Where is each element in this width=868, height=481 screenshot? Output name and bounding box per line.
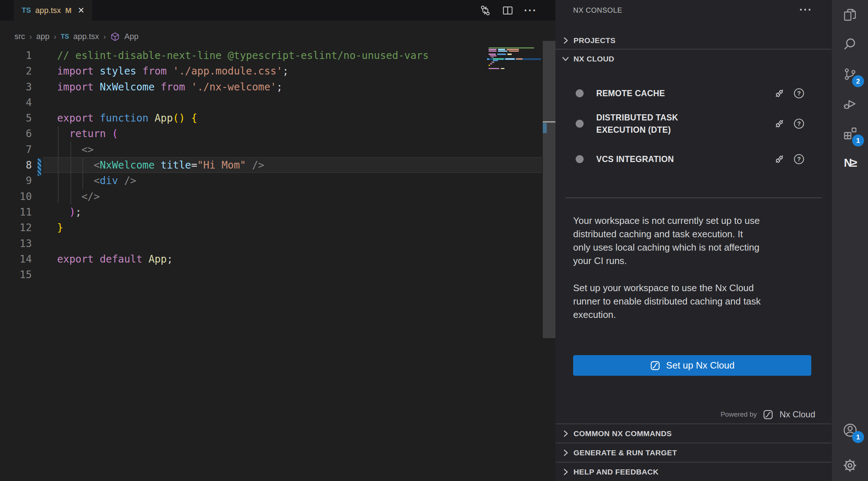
code-text: // eslint-disable-next-line @typescript-… [57, 48, 429, 63]
close-tab-icon[interactable]: × [78, 5, 84, 16]
breadcrumb: src › app › TS app.tsx › App [14, 30, 138, 43]
breadcrumb-symbol[interactable]: App [124, 32, 138, 41]
svg-text:?: ? [797, 156, 801, 162]
code-line[interactable]: 8 <NxWelcome title="Hi Mom" /> [0, 157, 555, 173]
line-number: 10 [0, 189, 32, 204]
svg-text:?: ? [797, 90, 801, 97]
split-editor-icon[interactable] [502, 4, 514, 17]
code-lines: 1// eslint-disable-next-line @typescript… [0, 48, 555, 282]
feature-label: DISTRIBUTED TASK EXECUTION (DTE) [596, 111, 712, 136]
tab-app-tsx[interactable]: TS app.tsx M × [14, 0, 92, 21]
chevron-right-icon [561, 429, 570, 438]
more-actions-icon[interactable]: ··· [524, 7, 537, 14]
editor-scrollbar[interactable] [543, 41, 555, 338]
chevron-right-icon [561, 448, 570, 457]
minimap-modified-marker [487, 58, 489, 60]
help-icon[interactable]: ? [793, 87, 805, 99]
minimap-code-line [498, 51, 507, 52]
setup-nx-cloud-button[interactable]: Set up Nx Cloud [573, 355, 811, 376]
code-line[interactable]: 3import NxWelcome from './nx-welcome'; [0, 79, 555, 95]
code-line[interactable]: 5export function App() { [0, 110, 555, 126]
breadcrumb-separator: › [103, 32, 106, 41]
code-text: ); [57, 204, 81, 220]
minimap[interactable] [487, 47, 541, 73]
connect-plug-icon[interactable] [773, 117, 786, 130]
settings-icon [842, 457, 858, 474]
minimap-code-line [493, 60, 498, 61]
symbol-cube-icon [110, 32, 120, 42]
activity-item-search[interactable] [832, 30, 868, 59]
minimap-code-line [489, 47, 534, 48]
code-line[interactable]: 6 return ( [0, 126, 555, 141]
nx-cloud-feature-row: VCS INTEGRATION? [555, 148, 831, 170]
connect-plug-icon[interactable] [773, 87, 786, 100]
code-text: import styles from './app.module.css'; [57, 63, 289, 79]
line-number: 1 [0, 48, 32, 63]
code-line[interactable]: 12} [0, 220, 555, 235]
code-text: <div /> [57, 173, 136, 188]
minimap-code-line [501, 68, 504, 69]
section-generate-run-target[interactable]: GENERATE & RUN TARGET [555, 443, 831, 462]
setup-prompt-message: Set up your workspace to use the Nx Clou… [573, 281, 814, 322]
indent-guide [58, 126, 59, 203]
minimap-code-line [507, 54, 512, 55]
tab-filename: app.tsx [35, 6, 61, 15]
open-changes-icon[interactable] [479, 4, 491, 17]
chevron-right-icon [561, 36, 570, 45]
help-icon[interactable]: ? [793, 118, 805, 130]
tab-bar: TS app.tsx M × ··· [0, 0, 555, 21]
badge-count: 1 [852, 431, 864, 443]
section-label: NX CLOUD [573, 55, 614, 63]
code-text: export function App() { [57, 110, 197, 126]
activity-bar-top: 21N≥ [832, 0, 868, 178]
breadcrumb-separator: › [54, 32, 56, 41]
minimap-code-line [489, 51, 497, 52]
minimap-code-line [489, 68, 499, 69]
minimap-code-line [497, 54, 506, 55]
code-line[interactable]: 9 <div /> [0, 173, 555, 188]
code-text: } [57, 220, 63, 235]
breadcrumb-src[interactable]: src [14, 32, 25, 41]
section-label: GENERATE & RUN TARGET [573, 448, 677, 457]
code-text: <NxWelcome title="Hi Mom" /> [57, 157, 264, 173]
nx-cloud-logo-icon [762, 409, 774, 420]
code-line[interactable]: 4 [0, 95, 555, 110]
line-number: 11 [0, 204, 32, 220]
line-number: 4 [0, 95, 32, 110]
line-number: 7 [0, 142, 32, 157]
panel-more-actions-icon[interactable]: ··· [799, 4, 812, 16]
line-number: 5 [0, 110, 32, 126]
section-label: PROJECTS [573, 36, 615, 45]
breadcrumb-app[interactable]: app [36, 32, 50, 41]
activity-item-accounts[interactable]: 1 [832, 415, 868, 445]
code-text: export default App; [57, 251, 173, 267]
activity-item-source-control[interactable]: 2 [832, 59, 868, 89]
code-line[interactable]: 1// eslint-disable-next-line @typescript… [0, 48, 555, 63]
activity-item-extensions[interactable]: 1 [832, 119, 868, 148]
setup-button-label: Set up Nx Cloud [666, 360, 734, 371]
code-line[interactable]: 13 [0, 236, 555, 251]
breadcrumb-file[interactable]: app.tsx [73, 32, 99, 41]
connect-plug-icon[interactable] [773, 153, 786, 166]
activity-item-explorer[interactable] [832, 0, 868, 30]
indent-guide [82, 157, 83, 189]
minimap-code-line [490, 63, 492, 64]
code-line[interactable]: 11 ); [0, 204, 555, 220]
activity-item-run-debug[interactable] [832, 89, 868, 119]
code-line[interactable]: 10 </> [0, 189, 555, 204]
activity-item-settings[interactable] [832, 451, 868, 480]
code-line[interactable]: 14export default App; [0, 251, 555, 267]
section-projects[interactable]: PROJECTS [555, 32, 837, 50]
minimap-code-line [507, 49, 519, 50]
code-line[interactable]: 7 <> [0, 142, 555, 157]
help-icon[interactable]: ? [793, 153, 805, 165]
svg-text:?: ? [797, 120, 801, 127]
code-line[interactable]: 2import styles from './app.module.css'; [0, 63, 555, 79]
editor-region: TS app.tsx M × ··· [0, 0, 555, 481]
activity-item-nx-console[interactable]: N≥ [832, 148, 868, 178]
minimap-code-line [509, 51, 519, 52]
section-help-and-feedback[interactable]: HELP AND FEEDBACK [555, 462, 831, 481]
code-line[interactable]: 15 [0, 267, 555, 282]
section-common-nx-commands[interactable]: COMMON NX COMMANDS [555, 423, 831, 443]
section-nx-cloud[interactable]: NX CLOUD [555, 50, 837, 67]
